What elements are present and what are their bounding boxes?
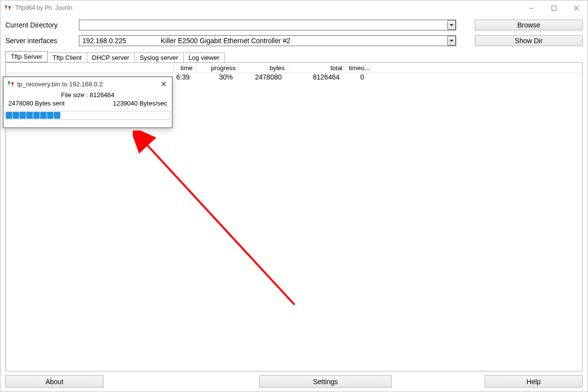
tab-tftp-server[interactable]: Tftp Server — [5, 51, 48, 62]
window-title: Tftpd64 by Ph. Jounin — [15, 4, 73, 11]
popup-bytes-sent: 2478080 Bytes sent — [8, 100, 65, 107]
svg-rect-1 — [552, 6, 556, 10]
col-progress[interactable]: progress — [196, 63, 239, 73]
tab-dhcp-server[interactable]: DHCP server — [87, 52, 135, 62]
current-directory-label: Current Directory — [5, 21, 79, 29]
col-time[interactable]: time — [173, 63, 196, 73]
transfer-popup: tp_recovery.bin to 192.168.0.2 File size… — [3, 77, 172, 128]
popup-speed: 1239040 Bytes/sec — [113, 100, 167, 107]
popup-close-button[interactable] — [157, 78, 170, 89]
cell-progress: 30% — [193, 73, 236, 83]
cell-bytes: 2478080 — [236, 73, 285, 83]
popup-title-text: tp_recovery.bin to 192.168.0.2 — [17, 80, 157, 88]
current-directory-input[interactable] — [79, 20, 447, 30]
close-button[interactable] — [565, 0, 588, 15]
app-icon — [3, 4, 12, 12]
current-directory-combo[interactable] — [79, 20, 456, 30]
browse-button[interactable]: Browse — [475, 20, 583, 30]
tab-log-viewer[interactable]: Log viewer — [183, 52, 225, 62]
cell-timeouts: 0 — [343, 73, 367, 83]
bottom-bar: About Settings Help — [0, 371, 588, 392]
titlebar: Tftpd64 by Ph. Jounin — [0, 0, 588, 15]
top-form: Current Directory Browse Server interfac… — [0, 15, 588, 52]
tab-tftp-client[interactable]: Tftp Client — [47, 52, 87, 62]
col-bytes[interactable]: bytes — [239, 63, 288, 73]
settings-button[interactable]: Settings — [259, 375, 392, 388]
interface-ip: 192.168.0.225 — [82, 37, 161, 45]
col-total[interactable]: total — [288, 63, 346, 73]
app-window: Tftpd64 by Ph. Jounin Current Directory — [0, 0, 588, 392]
window-controls — [520, 0, 588, 15]
popup-filesize: File size : 8126464 — [8, 91, 167, 99]
server-interfaces-label: Server interfaces — [5, 37, 79, 45]
cell-time: 6:39 — [170, 73, 193, 83]
col-timeouts[interactable]: timeo... — [346, 63, 370, 73]
dropdown-icon[interactable] — [447, 20, 456, 30]
maximize-button[interactable] — [542, 0, 565, 15]
tab-syslog-server[interactable]: Syslog server — [134, 52, 184, 62]
dropdown-icon[interactable] — [447, 36, 456, 46]
tab-strip: Tftp Server Tftp Client DHCP server Sysl… — [0, 52, 588, 62]
show-dir-button[interactable]: Show Dir — [475, 35, 583, 46]
list-header: time progress bytes total timeo... — [6, 63, 582, 73]
about-button[interactable]: About — [5, 375, 103, 388]
cell-total: 8126464 — [285, 73, 343, 83]
popup-progress-bar — [5, 111, 171, 120]
help-button[interactable]: Help — [485, 375, 583, 388]
app-icon — [6, 80, 15, 88]
server-interfaces-combo[interactable]: 192.168.0.225 Killer E2500 Gigabit Ether… — [79, 35, 456, 46]
interface-name: Killer E2500 Gigabit Ethernet Controller… — [161, 37, 291, 45]
minimize-button[interactable] — [520, 0, 542, 15]
